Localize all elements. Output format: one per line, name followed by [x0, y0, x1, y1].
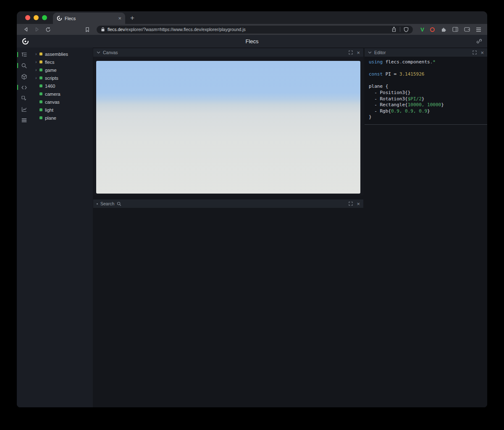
back-button[interactable]	[21, 25, 31, 34]
code-line: }	[369, 114, 483, 121]
menu-hamburger-icon[interactable]	[476, 27, 481, 32]
app-body: ›assemblies›flecs›game›scripts1460camera…	[17, 47, 487, 407]
code-line: const PI = 3.1415926	[369, 71, 483, 78]
close-panel-icon[interactable]: ×	[357, 201, 360, 207]
expand-panel-icon[interactable]	[349, 50, 353, 55]
code-line: - Rectangle{10000, 10000}	[369, 102, 483, 108]
tree-item-label: plane	[45, 115, 56, 121]
center-column: Canvas ×	[93, 47, 363, 407]
reload-button[interactable]	[43, 25, 53, 34]
code-line: - Rotation3{$PI/2}	[369, 96, 483, 102]
tree-item-camera[interactable]: camera	[32, 90, 93, 98]
right-column: Editor × using flecs.components.*const P…	[365, 47, 487, 407]
expand-chevron-icon[interactable]: ›	[35, 52, 39, 56]
panel-title: Canvas	[103, 50, 118, 55]
tree-item-canvas[interactable]: canvas	[32, 98, 93, 106]
forward-button[interactable]	[32, 25, 42, 34]
app-header: Flecs	[17, 35, 487, 47]
extensions-puzzle-icon[interactable]	[441, 26, 446, 32]
entity-color-swatch	[39, 100, 42, 103]
address-bar[interactable]: flecs.dev/explorer/?wasm=https://www.fle…	[97, 26, 413, 34]
tree-item-1460[interactable]: 1460	[32, 82, 93, 90]
minimize-window-button[interactable]	[34, 15, 39, 20]
entities-icon[interactable]	[17, 71, 32, 82]
vimium-extension-icon[interactable]: V	[420, 27, 424, 32]
close-panel-icon[interactable]: ×	[480, 50, 484, 55]
tree-item-label: flecs	[45, 60, 55, 65]
share-link-icon[interactable]	[476, 38, 482, 44]
tree-item-label: canvas	[45, 100, 60, 105]
outliner-icon[interactable]	[17, 49, 32, 60]
entity-color-swatch	[39, 52, 42, 55]
url-text: flecs.dev/explorer/?wasm=https://www.fle…	[108, 27, 246, 32]
flecs-explorer-app: Flecs	[17, 35, 487, 407]
close-panel-icon[interactable]: ×	[357, 50, 360, 55]
recorder-extension-icon[interactable]	[430, 27, 435, 32]
expand-panel-icon[interactable]	[472, 50, 477, 55]
sidebar-toggle-icon[interactable]	[452, 27, 458, 32]
canvas-3d-viewport[interactable]	[96, 61, 360, 194]
collapse-chevron-icon[interactable]	[368, 51, 372, 54]
collapsed-indicator-icon[interactable]	[97, 203, 98, 205]
tree-item-label: 1460	[45, 84, 55, 89]
traffic-lights	[17, 15, 53, 20]
new-tab-button[interactable]: +	[130, 14, 134, 21]
queries-icon[interactable]	[17, 115, 32, 126]
expand-chevron-icon[interactable]: ›	[35, 68, 39, 72]
search-icon[interactable]	[17, 60, 32, 71]
bookmark-icon[interactable]	[82, 25, 92, 34]
panel-title: Editor	[374, 50, 386, 55]
tab-close-icon[interactable]: ×	[118, 16, 121, 21]
lock-icon	[101, 27, 105, 32]
panel-actions: ×	[349, 50, 360, 55]
code-line: - Position3{}	[369, 90, 483, 96]
tree-item-label: game	[45, 68, 57, 73]
brave-shield-icon[interactable]	[404, 27, 409, 32]
icon-rail	[17, 47, 32, 407]
tree-item-flecs[interactable]: ›flecs	[32, 58, 93, 66]
share-icon[interactable]	[391, 26, 396, 32]
tree-item-game[interactable]: ›game	[32, 66, 93, 74]
tree-item-label: assemblies	[45, 52, 68, 57]
collapse-chevron-icon[interactable]	[97, 51, 100, 54]
search-panel: Search ×	[93, 199, 363, 208]
entity-tree: ›assemblies›flecs›game›scripts1460camera…	[32, 47, 93, 407]
editor-panel-header: Editor ×	[365, 48, 487, 57]
extension-icons: V	[420, 26, 481, 32]
address-bar-actions	[391, 26, 409, 32]
tree-item-assemblies[interactable]: ›assemblies	[32, 50, 93, 58]
url-path: /explorer/?wasm=https://www.flecs.dev/ex…	[125, 27, 245, 32]
tree-item-light[interactable]: light	[32, 106, 93, 114]
expand-chevron-icon[interactable]: ›	[35, 76, 39, 80]
editor-panel: Editor × using flecs.components.*const P…	[365, 48, 487, 125]
inspector-icon[interactable]	[17, 93, 32, 104]
panel-actions: ×	[472, 50, 484, 55]
canvas-body	[93, 57, 363, 195]
expand-chevron-icon[interactable]: ›	[35, 60, 39, 64]
zoom-window-button[interactable]	[42, 15, 47, 20]
browser-tab[interactable]: Flecs ×	[53, 13, 125, 24]
entity-color-swatch	[39, 76, 42, 79]
code-icon[interactable]	[17, 82, 32, 93]
tree-item-label: scripts	[45, 76, 58, 81]
search-panel-header: Search ×	[93, 199, 363, 208]
entity-color-swatch	[39, 116, 42, 119]
expand-panel-icon[interactable]	[349, 202, 353, 206]
main-area: Canvas ×	[93, 47, 487, 407]
browser-window: Flecs × + flecs.dev/	[17, 11, 487, 407]
code-line: using flecs.components.*	[369, 59, 483, 66]
tab-title: Flecs	[65, 16, 116, 21]
canvas-panel-header: Canvas ×	[93, 48, 363, 57]
tree-item-plane[interactable]: plane	[32, 114, 93, 122]
entity-color-swatch	[39, 68, 42, 71]
tree-item-scripts[interactable]: ›scripts	[32, 74, 93, 82]
editor-code[interactable]: using flecs.components.*const PI = 3.141…	[365, 57, 487, 125]
stats-icon[interactable]	[17, 104, 32, 115]
desktop: Flecs × + flecs.dev/	[0, 0, 504, 430]
url-domain: flecs.dev	[108, 27, 125, 32]
entity-color-swatch	[39, 92, 42, 95]
wallet-icon[interactable]	[464, 27, 470, 32]
browser-toolbar: flecs.dev/explorer/?wasm=https://www.fle…	[17, 24, 487, 35]
close-window-button[interactable]	[25, 15, 30, 20]
panel-actions: ×	[349, 201, 360, 207]
